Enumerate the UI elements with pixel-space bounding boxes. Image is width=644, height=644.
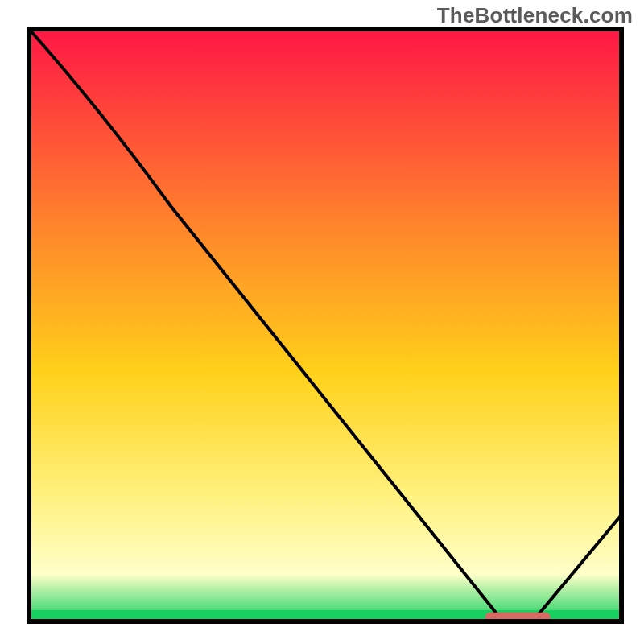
chart-container: TheBottleneck.com: [0, 0, 644, 644]
plot-area: [29, 29, 621, 622]
bottleneck-chart: [0, 0, 644, 644]
plot-background: [29, 29, 621, 621]
